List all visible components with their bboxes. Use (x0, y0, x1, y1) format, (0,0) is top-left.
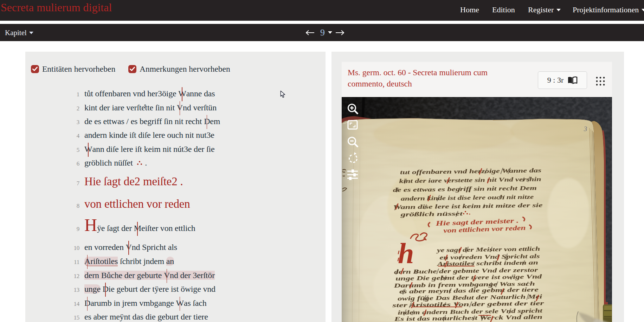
svg-text:größlich nüsset: größlich nüsset (400, 210, 463, 218)
svg-text:h: h (398, 237, 414, 269)
svg-text:3: 3 (584, 125, 587, 133)
svg-text:ye sagt der Meister von ettlic: ye sagt der Meister von ettlich (436, 245, 540, 253)
